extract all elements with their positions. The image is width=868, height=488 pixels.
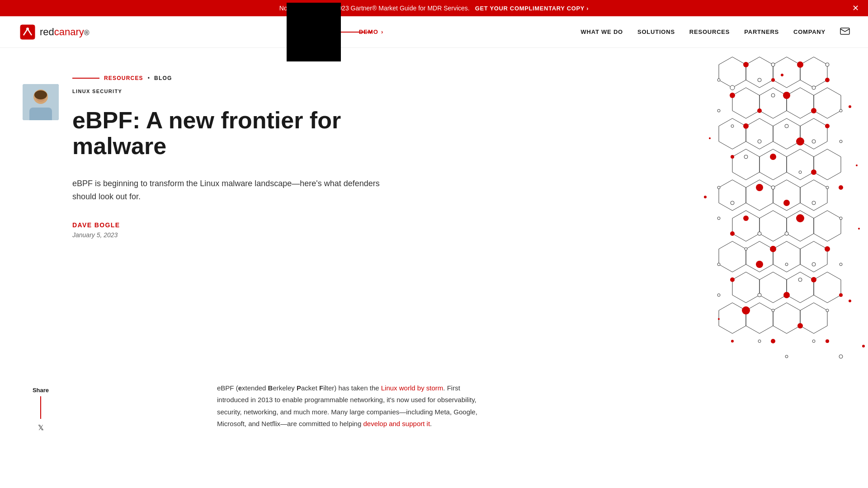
svg-marker-30 [787, 211, 814, 241]
breadcrumb-line [72, 78, 99, 79]
svg-point-68 [730, 277, 735, 282]
svg-point-122 [718, 318, 720, 320]
svg-point-44 [743, 62, 749, 67]
svg-point-104 [717, 263, 720, 266]
svg-point-92 [771, 186, 775, 189]
svg-marker-26 [773, 180, 800, 211]
svg-point-80 [717, 79, 720, 81]
article-subtitle: eBPF is beginning to transform the Linux… [72, 177, 389, 203]
svg-point-81 [812, 86, 816, 89]
svg-point-76 [730, 85, 735, 90]
site-header: redcanary® DEMO › WHAT WE DO SOLUTIONS R… [0, 16, 868, 48]
svg-point-60 [839, 185, 843, 190]
svg-point-64 [825, 246, 830, 252]
svg-point-121 [849, 300, 851, 302]
hex-decoration [696, 48, 868, 373]
article-body-text: eBPF (extended Berkeley Packet Filter) h… [217, 382, 479, 448]
svg-point-47 [825, 78, 830, 82]
email-icon[interactable] [840, 28, 850, 37]
main-content: RESOURCES • BLOG LINUX SECURITY eBPF: A … [0, 48, 868, 364]
svg-point-57 [811, 169, 816, 175]
svg-point-107 [758, 293, 761, 297]
svg-marker-11 [800, 57, 827, 88]
banner-cta[interactable]: GET YOUR COMPLIMENTARY COPY › [475, 5, 589, 12]
svg-marker-38 [787, 272, 814, 303]
svg-point-73 [771, 339, 775, 343]
svg-point-112 [758, 340, 761, 343]
svg-point-96 [812, 201, 816, 205]
svg-marker-20 [732, 149, 760, 180]
svg-point-115 [781, 74, 783, 76]
author-avatar [23, 84, 59, 120]
svg-point-85 [785, 124, 788, 128]
nav-solutions[interactable]: SOLUTIONS [637, 28, 675, 35]
svg-point-99 [717, 217, 720, 220]
svg-point-78 [758, 78, 761, 82]
logo-icon [18, 23, 37, 42]
svg-point-82 [771, 94, 775, 97]
svg-point-90 [744, 155, 748, 159]
svg-marker-25 [746, 180, 773, 211]
linux-world-link[interactable]: Linux world by storm [381, 384, 443, 392]
svg-point-114 [839, 355, 843, 358]
announcement-banner: Now available! The 2023 Gartner® Market … [0, 0, 868, 16]
svg-point-110 [772, 309, 774, 312]
nav-resources[interactable]: RESOURCES [689, 28, 730, 35]
svg-marker-21 [760, 149, 787, 180]
nav-company[interactable]: COMPANY [793, 28, 826, 35]
hero-image-container [287, 3, 341, 61]
svg-point-108 [826, 309, 829, 312]
svg-marker-39 [814, 272, 841, 303]
svg-marker-19 [800, 118, 827, 149]
svg-marker-15 [814, 88, 841, 118]
svg-point-97 [840, 217, 842, 220]
svg-marker-18 [773, 118, 800, 149]
logo[interactable]: redcanary® [18, 23, 90, 42]
breadcrumb-resources[interactable]: RESOURCES [104, 75, 143, 81]
svg-marker-9 [746, 57, 773, 88]
svg-point-74 [826, 339, 829, 343]
svg-marker-12 [732, 88, 760, 118]
svg-point-113 [785, 355, 788, 358]
svg-point-55 [731, 155, 734, 159]
svg-point-116 [849, 105, 851, 108]
svg-marker-35 [800, 241, 827, 272]
svg-rect-5 [29, 108, 52, 120]
svg-point-52 [743, 123, 749, 129]
main-nav: WHAT WE DO SOLUTIONS RESOURCES PARTNERS … [581, 28, 850, 37]
svg-marker-33 [746, 241, 773, 272]
svg-marker-22 [787, 149, 814, 180]
banner-close-button[interactable]: ✕ [852, 3, 859, 13]
svg-marker-36 [732, 272, 760, 303]
develop-support-link[interactable]: develop and support it [363, 420, 430, 427]
svg-point-69 [783, 292, 790, 298]
svg-marker-37 [760, 272, 787, 303]
svg-point-106 [798, 278, 802, 282]
svg-point-87 [731, 125, 734, 127]
twitter-share-icon[interactable]: 𝕏 [38, 423, 44, 432]
svg-point-94 [731, 201, 734, 205]
svg-point-61 [743, 216, 749, 221]
svg-rect-2 [840, 28, 849, 34]
svg-point-51 [757, 108, 762, 113]
share-divider [40, 396, 41, 419]
svg-marker-42 [773, 303, 800, 333]
svg-point-95 [717, 186, 720, 189]
svg-point-79 [826, 63, 829, 66]
author-avatar-image [23, 84, 59, 120]
nav-what-we-do[interactable]: WHAT WE DO [581, 28, 623, 35]
svg-point-48 [730, 93, 735, 98]
svg-point-119 [704, 196, 707, 198]
author-name[interactable]: DAVE BOGLE [72, 221, 457, 229]
breadcrumb-blog[interactable]: BLOG [154, 75, 172, 81]
svg-marker-24 [719, 180, 746, 211]
svg-point-98 [785, 232, 788, 235]
svg-rect-0 [20, 25, 35, 39]
svg-marker-14 [787, 88, 814, 118]
svg-point-117 [709, 137, 711, 139]
svg-point-86 [758, 140, 761, 143]
svg-point-118 [856, 164, 858, 166]
svg-marker-13 [760, 88, 787, 118]
nav-partners[interactable]: PARTNERS [744, 28, 779, 35]
svg-point-120 [858, 228, 860, 230]
